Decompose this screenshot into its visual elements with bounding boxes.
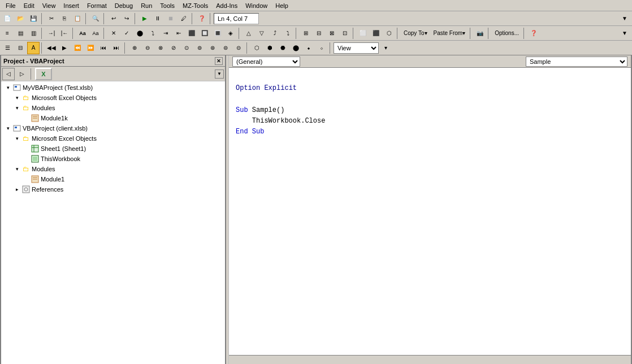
tb2-21[interactable]: ⬛: [370, 27, 382, 40]
menu-run[interactable]: Run: [137, 1, 155, 10]
tb2-cam[interactable]: 📷: [474, 27, 486, 40]
menu-file[interactable]: File: [2, 1, 19, 10]
tb-stop[interactable]: ⏹: [165, 12, 177, 25]
tb2-7[interactable]: ⇤: [172, 27, 185, 40]
expander-vba2[interactable]: ▾: [3, 124, 12, 133]
panel-view-btn[interactable]: X: [35, 68, 52, 80]
tree-modules2[interactable]: ▾ 🗀 Modules: [1, 164, 225, 174]
menu-addins[interactable]: Add-Ins: [213, 1, 241, 10]
view-dropdown-arrow[interactable]: ▾: [379, 42, 392, 54]
tb3-19[interactable]: ⬡: [250, 42, 263, 54]
tree-vba2[interactable]: ▾ VBAProject (client.xlsb): [1, 123, 225, 133]
expander-modules1[interactable]: ▾: [12, 103, 21, 112]
tb2-x[interactable]: ✕: [107, 27, 120, 40]
tb2-indent[interactable]: →|: [45, 27, 58, 40]
options-button[interactable]: Options...: [492, 27, 522, 40]
tb-paste[interactable]: 📋: [71, 12, 84, 25]
tree-sheet1[interactable]: ▸ Sheet1 (Sheet1): [1, 144, 225, 154]
tree-excel-objects1[interactable]: ▾ 🗀 Microsoft Excel Objects: [1, 93, 225, 103]
tb3-9[interactable]: ⏭: [110, 42, 123, 54]
tb2-breakpt[interactable]: ⬤: [133, 27, 146, 40]
tb3-18[interactable]: ⊝: [232, 42, 245, 54]
tb-find[interactable]: 🔍: [89, 12, 102, 25]
tb3-21[interactable]: ⬣: [276, 42, 289, 54]
panel-scroll-right[interactable]: ▼: [215, 70, 224, 79]
tb3-1[interactable]: ☰: [1, 42, 14, 54]
tb2-8[interactable]: ⬛: [185, 27, 198, 40]
tb-help[interactable]: ❓: [196, 12, 208, 25]
tb-open[interactable]: 📂: [14, 12, 27, 25]
panel-close-button[interactable]: ✕: [215, 57, 223, 65]
tb3-15[interactable]: ⊚: [193, 42, 206, 54]
tb-run[interactable]: ▶: [138, 12, 151, 25]
tb3-6[interactable]: ⏪: [71, 42, 84, 54]
expander-excel-objects1[interactable]: ▾: [12, 93, 21, 102]
toolbar-scroll[interactable]: ▼: [618, 12, 631, 25]
tb3-11[interactable]: ⊖: [141, 42, 154, 54]
tree-myvba[interactable]: ▾ MyVBAProject (Test.xlsb): [1, 83, 225, 93]
tb2-help2[interactable]: ❓: [527, 27, 540, 40]
expander-modules2[interactable]: ▾: [12, 164, 21, 174]
tb3-7[interactable]: ⏩: [84, 42, 97, 54]
tb2-16[interactable]: ⊞: [300, 27, 312, 40]
tb2-22[interactable]: ⬡: [383, 27, 395, 40]
tb2-19[interactable]: ⊡: [339, 27, 351, 40]
menu-edit[interactable]: Edit: [20, 1, 38, 10]
tb2-12[interactable]: △: [243, 27, 255, 40]
menu-mztools[interactable]: MZ-Tools: [179, 1, 211, 10]
editor-scrollbar[interactable]: [229, 355, 631, 364]
tb2-10[interactable]: 🔳: [211, 27, 224, 40]
tb2-17[interactable]: ⊟: [313, 27, 325, 40]
menu-tools[interactable]: Tools: [157, 1, 178, 10]
tb2-outdent[interactable]: |←: [58, 27, 71, 40]
tb2-9[interactable]: 🔲: [198, 27, 211, 40]
tb-design[interactable]: 🖊: [178, 12, 190, 25]
tb3-24[interactable]: ⬦: [315, 42, 328, 54]
tb2-1[interactable]: ≡: [1, 27, 14, 40]
tree-references[interactable]: ▸ References: [1, 184, 225, 194]
tb3-12[interactable]: ⊗: [154, 42, 167, 54]
tb2-18[interactable]: ⊠: [326, 27, 338, 40]
tb3-10[interactable]: ⊕: [128, 42, 141, 54]
code-area[interactable]: Option Explicit Sub Sample() ThisWorkboo…: [229, 68, 631, 355]
menu-view[interactable]: View: [39, 1, 59, 10]
tree-module1k[interactable]: ▸ Module1k: [1, 113, 225, 123]
menu-debug[interactable]: Debug: [111, 1, 136, 10]
tb3-22[interactable]: ⬤: [289, 42, 302, 54]
tb2-14[interactable]: ⤴: [269, 27, 281, 40]
tb-cut[interactable]: ✂: [45, 12, 58, 25]
expander-excel-objects2[interactable]: ▾: [12, 134, 21, 143]
paste-from-button[interactable]: Paste From▾: [431, 27, 469, 40]
tb-new[interactable]: 📄: [1, 12, 14, 25]
tree-excel-objects2[interactable]: ▾ 🗀 Microsoft Excel Objects: [1, 133, 225, 144]
procedure-dropdown[interactable]: Sample: [526, 57, 627, 67]
menu-format[interactable]: Format: [84, 1, 110, 10]
tb3-13[interactable]: ⊘: [167, 42, 180, 54]
tb2-6[interactable]: ⇥: [159, 27, 172, 40]
view-dropdown[interactable]: View: [334, 42, 379, 54]
menu-help[interactable]: Help: [272, 1, 292, 10]
tree-modules1[interactable]: ▾ 🗀 Modules: [1, 103, 225, 113]
tb-save[interactable]: 💾: [27, 12, 40, 25]
tb2-aa2[interactable]: Aa: [89, 27, 102, 40]
tb3-highlight[interactable]: A: [27, 42, 40, 54]
tb3-5[interactable]: ▶: [58, 42, 71, 54]
tb3-23[interactable]: ⬥: [302, 42, 315, 54]
tb2-step[interactable]: ⤵: [146, 27, 159, 40]
tb3-16[interactable]: ⊛: [206, 42, 219, 54]
tb2-aa[interactable]: Aa: [76, 27, 89, 40]
tb3-4[interactable]: ◀◀: [45, 42, 58, 54]
tb-undo[interactable]: ↩: [107, 12, 120, 25]
tb2-3[interactable]: ▥: [27, 27, 40, 40]
tb2-13[interactable]: ▽: [256, 27, 268, 40]
panel-tb1[interactable]: ◁: [2, 68, 15, 80]
tb2-20[interactable]: ⬜: [357, 27, 369, 40]
object-dropdown[interactable]: (General): [232, 57, 300, 67]
expander-references[interactable]: ▸: [12, 185, 21, 194]
tb2-check[interactable]: ✓: [120, 27, 133, 40]
panel-tb2[interactable]: ▷: [16, 68, 28, 80]
tb3-8[interactable]: ⏮: [97, 42, 110, 54]
tb-break[interactable]: ⏸: [151, 12, 164, 25]
copy-to-button[interactable]: Copy To▾: [401, 27, 430, 40]
tb2-2[interactable]: ▤: [14, 27, 27, 40]
